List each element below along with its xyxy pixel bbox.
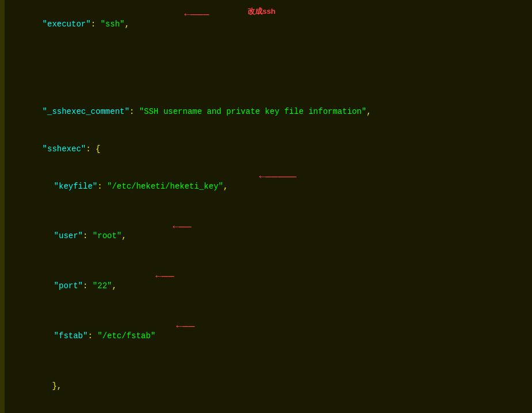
line-sshexec-open: "sshexec": { bbox=[23, 131, 520, 168]
key-executor: "executor" bbox=[43, 20, 91, 29]
line-user-ssh: "user": "root", ←—— bbox=[23, 218, 520, 268]
annotation-executor: 改成ssh bbox=[248, 6, 275, 17]
line-executor: "executor": "ssh", ←——— 改成ssh bbox=[23, 6, 520, 81]
line-sshexec-close: }, bbox=[23, 368, 520, 405]
arrow-port: ←—— bbox=[155, 269, 174, 285]
line-fstab-ssh: "fstab": "/etc/fstab" ←—— bbox=[23, 318, 520, 368]
line-sshexec-comment: "_sshexec_comment": "SSH username and pr… bbox=[23, 93, 520, 131]
arrow-executor: ←——— bbox=[184, 7, 209, 23]
arrow-keyfile: ←————— bbox=[259, 169, 297, 185]
val-executor: "ssh" bbox=[100, 20, 124, 29]
arrow-user-ssh: ←—— bbox=[173, 219, 191, 235]
empty-1 bbox=[23, 81, 520, 93]
empty-2 bbox=[23, 405, 520, 413]
line-keyfile: "keyfile": "/etc/heketi/heketi_key", ←——… bbox=[23, 168, 520, 218]
arrow-fstab-ssh: ←—— bbox=[176, 319, 195, 335]
code-container: "executor": "ssh", ←——— 改成ssh "_sshexec_… bbox=[0, 0, 532, 413]
line-port: "port": "22", ←—— bbox=[23, 267, 520, 318]
